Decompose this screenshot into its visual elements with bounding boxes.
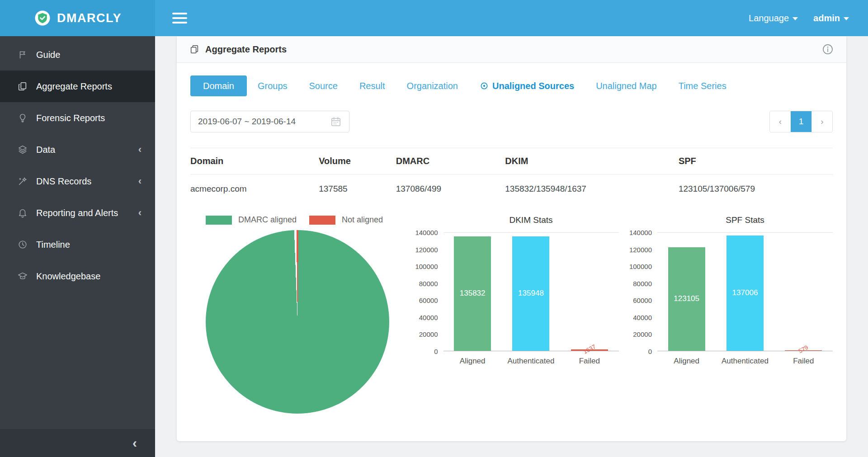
- chevron-down-icon: [844, 17, 849, 20]
- tab-groups[interactable]: Groups: [247, 75, 298, 96]
- x-axis: AlignedAuthenticatedFailed: [443, 357, 619, 366]
- cell-domain: acmecorp.com: [190, 174, 319, 204]
- tab-organization[interactable]: Organization: [396, 75, 469, 96]
- info-icon[interactable]: [822, 43, 834, 55]
- user-menu[interactable]: admin: [813, 13, 849, 24]
- tab-source[interactable]: Source: [298, 75, 349, 96]
- chevron-left-icon: ‹: [138, 145, 142, 155]
- tab-label: Time Series: [679, 75, 726, 96]
- pagination-page-1[interactable]: 1: [791, 111, 811, 132]
- sidebar-footer: ‹: [0, 429, 155, 457]
- sidebar-item-aggregate-reports[interactable]: Aggregate Reports: [0, 71, 155, 102]
- chevron-down-icon: [793, 17, 798, 20]
- y-tick-label: 80000: [633, 279, 652, 287]
- y-tick-label: 40000: [633, 313, 652, 321]
- chevron-left-icon: ‹: [138, 208, 142, 218]
- pagination-prev-button[interactable]: ‹: [770, 111, 791, 132]
- y-tick-label: 120000: [629, 245, 652, 253]
- bar-slot: 135948: [502, 233, 560, 351]
- date-range-value: 2019-06-07 ~ 2019-06-14: [198, 117, 296, 127]
- tab-unaligned-map[interactable]: Unaligned Map: [585, 75, 668, 96]
- lightbulb-icon: [17, 113, 28, 123]
- x-axis: AlignedAuthenticatedFailed: [657, 357, 833, 366]
- charts-row: DMARC aligned Not aligned DKIM Stats 020…: [190, 215, 833, 414]
- top-bar: DMARCLY Language admin: [0, 0, 868, 36]
- bar-aligned[interactable]: 135832: [454, 236, 491, 351]
- y-tick-label: 100000: [629, 263, 652, 270]
- brand-name: DMARCLY: [57, 11, 122, 25]
- graduation-cap-icon: [17, 271, 28, 282]
- sidebar: Guide Aggregate Reports Forensic Reports…: [0, 36, 155, 457]
- legend-swatch-aligned: [206, 216, 232, 225]
- bar-slot: 137006: [716, 233, 774, 351]
- bar-slot: 1637: [560, 233, 618, 351]
- y-tick-label: 140000: [415, 229, 438, 236]
- language-label: Language: [749, 13, 789, 24]
- table-row[interactable]: acmecorp.com 137585 137086/499 135832/13…: [190, 174, 833, 204]
- sidebar-item-knowledgebase[interactable]: Knowledgebase: [0, 260, 155, 292]
- sidebar-item-data[interactable]: Data ‹: [0, 134, 155, 165]
- clock-icon: [17, 239, 28, 250]
- dmarcly-logo-icon: [34, 10, 51, 26]
- x-axis-label: Aligned: [443, 357, 502, 366]
- sidebar-item-label: Guide: [36, 50, 60, 60]
- y-tick-label: 80000: [419, 279, 438, 287]
- x-axis-label: Failed: [774, 357, 833, 366]
- column-header-domain: Domain: [190, 148, 319, 174]
- tab-unaligned-sources[interactable]: Unaligned Sources: [469, 75, 585, 96]
- pagination: ‹ 1 ›: [769, 111, 833, 132]
- sidebar-item-label: Timeline: [36, 240, 70, 250]
- collapse-sidebar-icon[interactable]: ‹: [132, 436, 137, 450]
- tab-result[interactable]: Result: [349, 75, 396, 96]
- sidebar-item-timeline[interactable]: Timeline: [0, 229, 155, 260]
- bar-value-label: 135948: [512, 289, 549, 298]
- target-icon: [480, 81, 489, 90]
- date-range-picker[interactable]: 2019-06-07 ~ 2019-06-14: [190, 111, 349, 132]
- plot-area: 1358321359481637: [443, 232, 619, 351]
- sidebar-item-guide[interactable]: Guide: [0, 39, 155, 71]
- brand[interactable]: DMARCLY: [0, 0, 155, 36]
- bar-value-label: 579: [797, 344, 809, 354]
- sidebar-item-label: Reporting and Alerts: [36, 208, 118, 218]
- layers-icon: [17, 144, 28, 155]
- dmarc-pie-chart[interactable]: [206, 230, 389, 414]
- chart-title: DKIM Stats: [415, 215, 619, 225]
- y-tick-label: 100000: [415, 263, 438, 270]
- spf-stats-chart: SPF Stats 020000400006000080000100000120…: [628, 215, 833, 366]
- sidebar-item-label: Forensic Reports: [36, 113, 105, 123]
- bar-authenticated[interactable]: 135948: [512, 236, 549, 351]
- report-view-tabs: Domain Groups Source Result Organization…: [190, 75, 833, 96]
- y-tick-label: 0: [434, 348, 438, 355]
- legend-label: Not aligned: [342, 215, 383, 225]
- tab-label: Source: [309, 75, 338, 96]
- page-title: Aggregate Reports: [205, 44, 287, 55]
- bar-aligned[interactable]: 123105: [668, 247, 705, 351]
- language-menu[interactable]: Language: [749, 13, 798, 24]
- x-axis-label: Failed: [560, 357, 618, 366]
- username-label: admin: [813, 13, 840, 24]
- pagination-next-button[interactable]: ›: [811, 111, 832, 132]
- cell-dkim: 135832/135948/1637: [505, 174, 679, 204]
- bar-slot: 135832: [443, 233, 502, 351]
- bar-value-label: 135832: [454, 289, 491, 298]
- sidebar-item-dns-records[interactable]: DNS Records ‹: [0, 165, 155, 197]
- tab-label: Unaligned Sources: [492, 75, 574, 96]
- sidebar-item-reporting-and-alerts[interactable]: Reporting and Alerts ‹: [0, 197, 155, 229]
- tab-time-series[interactable]: Time Series: [668, 75, 737, 96]
- sidebar-item-label: Aggregate Reports: [36, 81, 112, 92]
- sidebar-item-label: Knowledgebase: [36, 271, 100, 282]
- y-axis: 020000400006000080000100000120000140000: [415, 232, 443, 351]
- y-tick-label: 0: [648, 348, 652, 355]
- tab-domain[interactable]: Domain: [190, 75, 247, 96]
- cell-spf: 123105/137006/579: [679, 174, 833, 204]
- sidebar-item-forensic-reports[interactable]: Forensic Reports: [0, 102, 155, 134]
- y-tick-label: 140000: [629, 229, 652, 236]
- tab-label: Domain: [203, 75, 234, 96]
- hamburger-menu-icon[interactable]: [172, 13, 187, 24]
- legend-label: DMARC aligned: [238, 215, 297, 225]
- calendar-icon: [330, 116, 342, 127]
- tab-label: Unaligned Map: [596, 75, 657, 96]
- bar-authenticated[interactable]: 137006: [726, 236, 764, 351]
- cell-volume: 137585: [319, 174, 396, 204]
- aggregate-report-table: Domain Volume DMARC DKIM SPF acmecorp.co…: [190, 148, 833, 203]
